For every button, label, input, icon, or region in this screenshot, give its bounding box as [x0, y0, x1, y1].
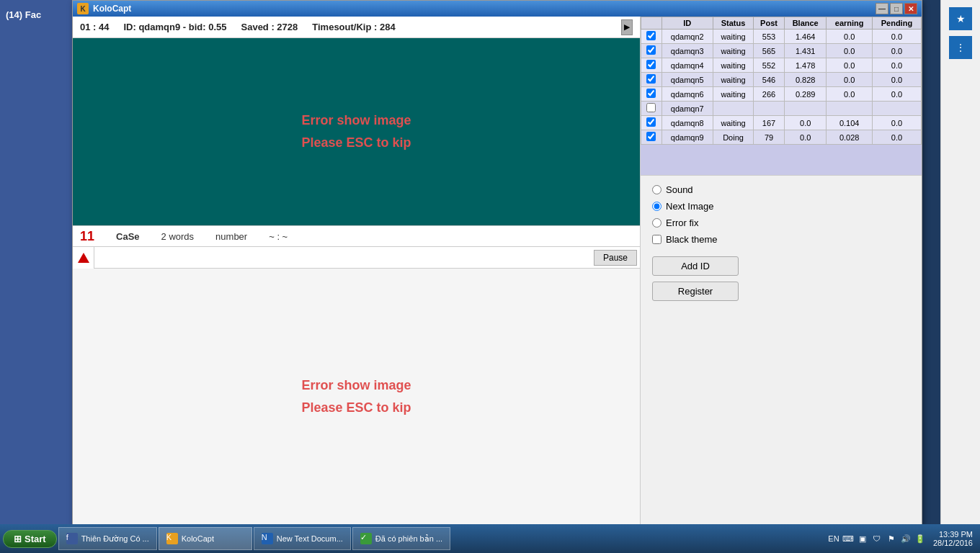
- bookmark-icon[interactable]: ★: [949, 7, 972, 30]
- facebook-sidebar: (14) Fac: [0, 0, 72, 526]
- error-fix-radio[interactable]: [652, 218, 662, 228]
- maximize-button[interactable]: □: [890, 3, 903, 14]
- time-text: 13:39 PM: [933, 530, 973, 539]
- words-label: 2 words: [161, 231, 195, 242]
- taskbar-item-3[interactable]: ✓ Đã có phiên bản ...: [352, 527, 450, 550]
- row-check-6[interactable]: [641, 116, 662, 130]
- table-row: qdamqn9 Doing 79 0.0 0.028 0.0: [641, 130, 922, 145]
- error-line1-bottom: Error show image: [301, 378, 411, 393]
- pause-button[interactable]: Pause: [594, 250, 637, 266]
- start-orb: ⊞: [14, 534, 22, 544]
- volume-icon: 🔊: [900, 533, 912, 544]
- table-row: qdamqn3 waiting 565 1.431 0.0 0.0: [641, 44, 922, 58]
- right-panel: ID Status Post Blance earning Pending qd…: [641, 17, 922, 525]
- row-id-7: qdamqn9: [662, 130, 713, 145]
- arrow-up-icon: [78, 253, 89, 263]
- window-controls: — □ ✕: [876, 3, 917, 14]
- clock-display: 13:39 PM 28/12/2016: [929, 530, 977, 547]
- row-check-4[interactable]: [641, 87, 662, 102]
- row-checkbox-7[interactable]: [646, 132, 656, 141]
- next-image-radio[interactable]: [652, 202, 662, 211]
- table-row: qdamqn5 waiting 546 0.828 0.0 0.0: [641, 73, 922, 87]
- info-bar: 11 CaSe 2 words number ~ : ~: [73, 225, 640, 247]
- browser-right-panel: ★ ⋮: [940, 0, 980, 526]
- register-button[interactable]: Register: [652, 282, 739, 301]
- row-status-5: [713, 102, 753, 116]
- row-checkbox-4[interactable]: [646, 89, 656, 98]
- row-checkbox-2[interactable]: [646, 60, 656, 69]
- row-id-5: qdamqn7: [662, 102, 713, 116]
- main-area: 01 : 44 ID: qdamqn9 - bid: 0.55 Saved : …: [73, 17, 922, 525]
- captcha-number: 11: [80, 229, 94, 244]
- table-row: qdamqn2 waiting 553 1.464 0.0 0.0: [641, 30, 922, 44]
- network-icon: ⚑: [886, 533, 897, 544]
- lower-image-area: Error show image Please ESC to kip: [73, 269, 640, 525]
- row-checkbox-5[interactable]: [646, 103, 656, 112]
- row-check-2[interactable]: [641, 58, 662, 73]
- timer-display: 01 : 44: [80, 22, 109, 32]
- black-theme-checkbox[interactable]: [652, 235, 662, 244]
- row-pending-5: [872, 102, 921, 116]
- row-check-7[interactable]: [641, 130, 662, 145]
- row-post-0: 553: [754, 30, 785, 44]
- col-post: Post: [754, 17, 785, 30]
- row-check-5[interactable]: [641, 102, 662, 116]
- action-buttons: Add ID Register: [652, 256, 910, 301]
- row-blance-6: 0.0: [784, 116, 827, 130]
- date-text: 28/12/2016: [933, 539, 973, 547]
- row-id-2: qdamqn4: [662, 58, 713, 73]
- close-button[interactable]: ✕: [904, 3, 917, 14]
- table-row: qdamqn4 waiting 552 1.478 0.0 0.0: [641, 58, 922, 73]
- row-checkbox-0[interactable]: [646, 31, 656, 40]
- kolo-taskbar-icon: K: [166, 533, 178, 544]
- row-pending-3: 0.0: [872, 73, 921, 87]
- row-status-3: waiting: [713, 73, 753, 87]
- next-image-option: Next Image: [652, 201, 910, 212]
- window-title: KoloCapt: [93, 4, 131, 14]
- taskbar-item-0[interactable]: f Thiên Đường Có ...: [58, 527, 157, 550]
- fb-taskbar-icon: f: [66, 533, 78, 544]
- row-post-5: [754, 102, 785, 116]
- doc-taskbar-icon: N: [262, 533, 273, 544]
- row-check-0[interactable]: [641, 30, 662, 44]
- collapse-button[interactable]: ▶: [621, 19, 633, 35]
- taskbar-item-2[interactable]: N New Text Docum...: [254, 527, 351, 550]
- menu-icon[interactable]: ⋮: [949, 36, 972, 59]
- arrow-up-button[interactable]: [73, 247, 94, 269]
- row-checkbox-6[interactable]: [646, 117, 656, 127]
- case-label: CaSe: [116, 231, 140, 242]
- col-earning: earning: [827, 17, 872, 30]
- row-blance-2: 1.478: [784, 58, 827, 73]
- taskbar-item-1[interactable]: K KoloCapt: [159, 527, 252, 550]
- row-pending-1: 0.0: [872, 44, 921, 58]
- fb-header: (14) Fac: [0, 0, 72, 29]
- start-button[interactable]: ⊞ Start: [3, 530, 57, 548]
- update-taskbar-icon: ✓: [360, 533, 372, 544]
- error-line2-top: Please ESC to kip: [301, 135, 411, 150]
- row-checkbox-1[interactable]: [646, 45, 656, 55]
- col-check: [641, 17, 662, 30]
- sound-label: Sound: [666, 184, 693, 195]
- row-earning-1: 0.0: [827, 44, 872, 58]
- row-post-2: 552: [754, 58, 785, 73]
- row-checkbox-3[interactable]: [646, 74, 656, 84]
- row-status-6: waiting: [713, 116, 753, 130]
- row-status-4: waiting: [713, 87, 753, 102]
- row-blance-7: 0.0: [784, 130, 827, 145]
- accounts-table-area: ID Status Post Blance earning Pending qd…: [641, 17, 922, 175]
- row-check-1[interactable]: [641, 44, 662, 58]
- col-blance: Blance: [784, 17, 827, 30]
- options-area: Sound Next Image Error fix Black theme A…: [641, 175, 922, 525]
- add-id-button[interactable]: Add ID: [652, 256, 739, 276]
- minimize-button[interactable]: —: [876, 3, 888, 14]
- row-check-3[interactable]: [641, 73, 662, 87]
- timeout-display: Timesout/Kip : 284: [312, 22, 395, 32]
- id-display: ID: qdamqn9 - bid: 0.55: [123, 22, 226, 32]
- captcha-text-input[interactable]: [94, 248, 594, 268]
- battery-icon: 🔋: [914, 533, 926, 544]
- col-id: ID: [662, 17, 713, 30]
- row-blance-3: 0.828: [784, 73, 827, 87]
- sound-radio[interactable]: [652, 185, 662, 194]
- gpu-icon: ▣: [857, 533, 868, 544]
- title-bar: K KoloCapt — □ ✕: [73, 1, 922, 17]
